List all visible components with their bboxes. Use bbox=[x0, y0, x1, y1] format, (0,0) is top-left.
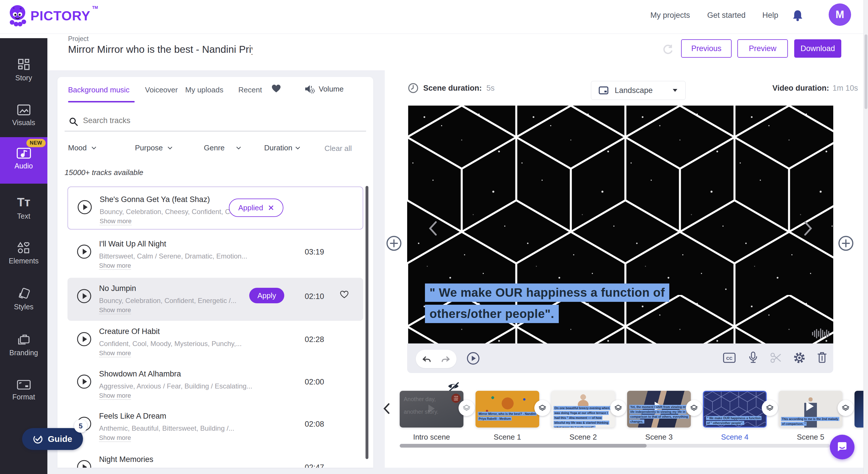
show-more-link[interactable]: Show more bbox=[99, 349, 131, 357]
nav-get-started[interactable]: Get started bbox=[707, 11, 746, 20]
filter-duration[interactable]: Duration bbox=[264, 143, 300, 153]
play-track-icon[interactable] bbox=[77, 332, 92, 347]
window-scrollbar-thumb[interactable] bbox=[865, 34, 867, 109]
pictory-app: PICTORY TM My projects Get started Help … bbox=[0, 0, 868, 474]
show-more-link[interactable]: Show more bbox=[99, 262, 131, 270]
play-track-icon[interactable] bbox=[77, 244, 92, 259]
applied-pill[interactable]: Applied bbox=[229, 199, 283, 217]
favorite-heart-icon[interactable] bbox=[340, 291, 349, 299]
scene-label-1[interactable]: Scene 1 bbox=[475, 433, 539, 442]
tab-background-music[interactable]: Background music bbox=[68, 86, 129, 94]
scene-thumb-2[interactable]: On one beautiful breezy evening when I w… bbox=[551, 391, 615, 428]
show-more-link[interactable]: Show more bbox=[99, 306, 131, 314]
window-scrollbar[interactable] bbox=[863, 0, 868, 474]
sidebar-item-elements[interactable]: Elements bbox=[0, 237, 48, 280]
next-scene-chevron-icon[interactable] bbox=[804, 221, 813, 236]
filter-mood[interactable]: Mood bbox=[68, 143, 96, 153]
nav-my-projects[interactable]: My projects bbox=[650, 11, 690, 20]
voiceover-mic-icon[interactable] bbox=[749, 351, 757, 364]
scene-thumb-3[interactable]: Yet, the moment I shift from viewing my … bbox=[627, 391, 691, 428]
sidebar-item-styles[interactable]: Styles bbox=[0, 283, 48, 326]
previous-button[interactable]: Previous bbox=[681, 39, 732, 58]
tab-recent[interactable]: Recent bbox=[238, 86, 262, 94]
scene-duration-value[interactable]: 5s bbox=[487, 84, 495, 93]
nav-help[interactable]: Help bbox=[762, 11, 778, 20]
tracklist-scrollbar[interactable] bbox=[366, 186, 368, 459]
orientation-dropdown[interactable]: Landscape bbox=[591, 81, 686, 100]
track-tags: Bouncy, Celebration, Cheesy, Confident, … bbox=[100, 208, 240, 216]
refresh-sync-icon[interactable] bbox=[662, 44, 674, 56]
show-more-link[interactable]: Show more bbox=[99, 392, 131, 400]
transition-layers-icon[interactable] bbox=[459, 400, 475, 416]
undo-icon[interactable] bbox=[422, 355, 431, 363]
play-track-icon[interactable] bbox=[77, 460, 92, 468]
sidebar-item-format[interactable]: Format bbox=[0, 374, 48, 417]
sidebar-item-audio[interactable]: NEW Audio bbox=[0, 137, 48, 183]
transition-layers-icon[interactable] bbox=[762, 400, 778, 416]
show-more-link[interactable]: Show more bbox=[99, 434, 131, 442]
chat-support-button[interactable] bbox=[830, 435, 855, 460]
play-track-icon[interactable] bbox=[77, 200, 92, 215]
transition-layers-icon[interactable] bbox=[838, 400, 854, 416]
trim-scissors-icon[interactable] bbox=[770, 352, 782, 364]
user-avatar[interactable]: M bbox=[829, 3, 851, 26]
track-row[interactable]: Night Memories Driving, Exotic, Happy / … bbox=[67, 448, 363, 468]
add-scene-left-plus-icon[interactable] bbox=[386, 235, 402, 251]
scene-thumb-intro[interactable]: Another day, another story. YOUR LOGO HE… bbox=[400, 391, 463, 428]
scene-thumb-4-active[interactable]: " We make OUR happiness a function of " … bbox=[703, 391, 767, 428]
remove-applied-x-icon[interactable] bbox=[268, 205, 274, 211]
transition-layers-icon[interactable] bbox=[686, 400, 702, 416]
notifications-bell-icon[interactable] bbox=[792, 9, 803, 22]
sidebar-item-text[interactable]: Tт Text bbox=[0, 191, 48, 234]
scene-label-3[interactable]: Scene 3 bbox=[627, 433, 691, 442]
timeline-scroll-left-chevron-icon[interactable] bbox=[383, 403, 390, 414]
download-button[interactable]: Download bbox=[794, 39, 841, 58]
guide-button[interactable]: Guide bbox=[22, 428, 83, 450]
show-more-link[interactable]: Show more bbox=[100, 217, 131, 225]
scene-thumb-partial[interactable] bbox=[855, 391, 864, 428]
tab-my-uploads[interactable]: My uploads bbox=[185, 86, 223, 94]
scene-label-2[interactable]: Scene 2 bbox=[551, 433, 615, 442]
track-row[interactable]: Creature Of Habit Confident, Cool, Moody… bbox=[67, 321, 363, 364]
preview-button[interactable]: Preview bbox=[737, 39, 788, 58]
captions-cc-icon[interactable]: CC bbox=[723, 352, 736, 363]
volume-control[interactable]: Volume bbox=[304, 84, 344, 94]
scene-visibility-eye-off-icon[interactable] bbox=[447, 380, 460, 392]
settings-gear-icon[interactable] bbox=[793, 351, 806, 364]
timeline-scrollbar-thumb[interactable] bbox=[400, 444, 647, 448]
sidebar-item-visuals[interactable]: Visuals bbox=[0, 99, 48, 142]
filter-purpose[interactable]: Purpose bbox=[135, 143, 173, 153]
scene-label-intro[interactable]: Intro scene bbox=[400, 433, 463, 442]
sidebar-item-branding[interactable]: Branding bbox=[0, 329, 48, 372]
track-row[interactable]: Showdown At Alhambra Aggressive, Anxious… bbox=[67, 364, 363, 407]
video-canvas[interactable]: " We make OUR happiness a function of ot… bbox=[407, 106, 833, 343]
favorites-heart-icon[interactable] bbox=[271, 84, 281, 93]
tab-voiceover[interactable]: Voiceover bbox=[145, 86, 178, 94]
chevron-down-icon bbox=[236, 146, 241, 150]
track-row-hovered[interactable]: No Jumpin Bouncy, Celebration, Confident… bbox=[67, 278, 363, 321]
sidebar-item-story[interactable]: Story bbox=[0, 53, 48, 96]
caption-text[interactable]: " We make OUR happiness a function of ot… bbox=[425, 283, 770, 323]
clear-all-button[interactable]: Clear all bbox=[324, 144, 352, 153]
scene-thumb-1[interactable]: Mirror Mirror, who is the best? - Nandin… bbox=[475, 391, 539, 428]
add-scene-right-plus-icon[interactable] bbox=[838, 235, 854, 251]
filter-genre[interactable]: Genre bbox=[204, 143, 241, 153]
track-row[interactable]: I'll Wait Up All Night Bittersweet, Calm… bbox=[67, 234, 363, 277]
prev-scene-chevron-icon[interactable] bbox=[428, 221, 437, 236]
project-title[interactable]: Mirror Mirror who is the best - Nandini … bbox=[68, 44, 252, 55]
delete-trash-icon[interactable] bbox=[817, 351, 827, 364]
timeline-scrollbar-track[interactable] bbox=[400, 444, 830, 448]
transition-layers-icon[interactable] bbox=[610, 400, 626, 416]
play-track-icon[interactable] bbox=[77, 289, 92, 304]
pictory-logo[interactable]: PICTORY TM bbox=[8, 5, 98, 27]
search-input[interactable] bbox=[83, 116, 342, 125]
play-track-icon[interactable] bbox=[77, 374, 92, 389]
redo-icon[interactable] bbox=[441, 355, 450, 363]
scene-thumb-5[interactable]: This according to me is the 2nd malady o… bbox=[779, 391, 842, 428]
apply-button[interactable]: Apply bbox=[249, 288, 284, 303]
play-preview-icon[interactable] bbox=[466, 351, 480, 365]
track-row-applied[interactable]: She's Gonna Get Ya (feat Shaz) Bouncy, C… bbox=[67, 187, 363, 230]
transition-layers-icon[interactable] bbox=[534, 400, 551, 416]
scene-label-4-active[interactable]: Scene 4 bbox=[703, 433, 767, 442]
track-row[interactable]: Feels Like A Dream Anthemic, Beautiful, … bbox=[67, 406, 363, 449]
